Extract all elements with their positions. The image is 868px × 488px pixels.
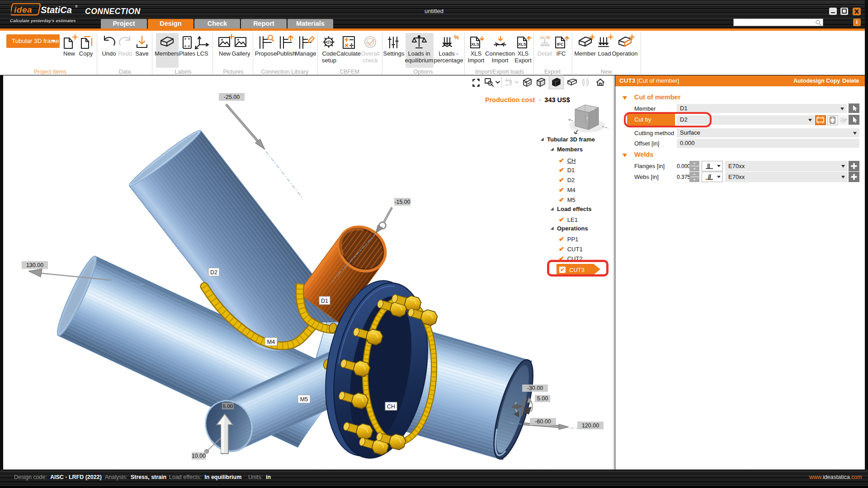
svg-text:D2: D2 [210,269,217,276]
svg-text:10.00: 10.00 [192,453,206,459]
svg-text:-25.00: -25.00 [224,94,240,100]
svg-text:5.00: 5.00 [223,404,233,409]
svg-text:-15.00: -15.00 [394,199,410,205]
svg-text:D1: D1 [321,298,328,304]
svg-text:Y: Y [586,117,589,120]
svg-text:</>: </> [326,40,332,45]
svg-text:130.00: 130.00 [26,262,43,268]
svg-text:®: ® [75,5,78,9]
svg-text:XLS: XLS [471,42,479,47]
svg-text:%: % [454,34,459,41]
svg-text:120.00: 120.00 [582,422,599,429]
svg-text:StatiCa: StatiCa [41,5,72,15]
svg-text:idea: idea [14,5,32,14]
svg-text:z: z [593,108,594,111]
svg-text:-30.00: -30.00 [527,385,543,391]
svg-text:-60.00: -60.00 [535,418,551,425]
svg-text:M4: M4 [267,339,275,345]
svg-text:CH: CH [387,404,395,410]
svg-text:IFC: IFC [557,42,564,47]
svg-text:XLS: XLS [518,42,526,47]
svg-text:5.00: 5.00 [537,395,548,402]
svg-text:M5: M5 [300,396,308,403]
